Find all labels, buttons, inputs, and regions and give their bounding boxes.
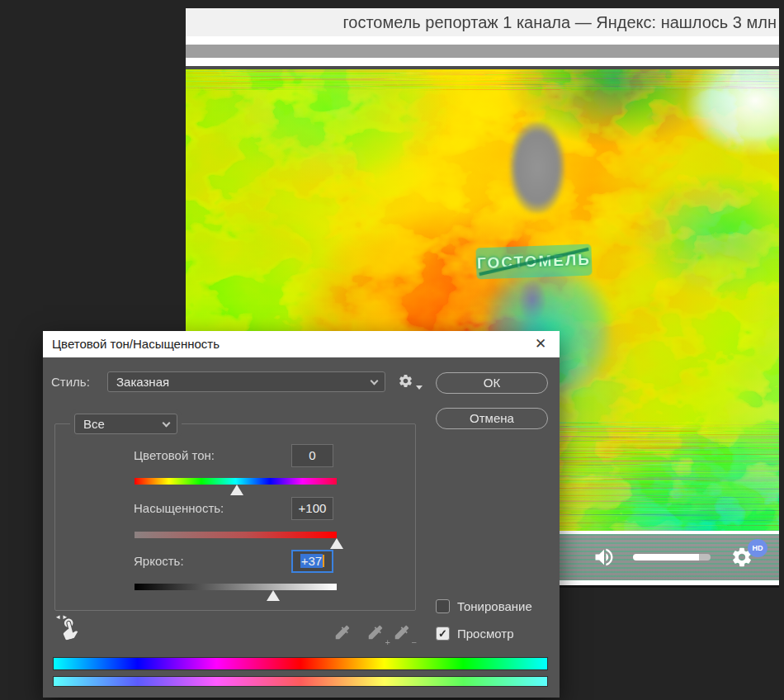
volume-icon[interactable] <box>592 546 616 569</box>
hand-tool-icon <box>55 613 83 641</box>
text-caret <box>323 555 324 567</box>
hue-strip-before <box>53 657 548 670</box>
gear-icon <box>398 373 413 389</box>
lightness-label: Яркость: <box>63 551 236 572</box>
colorize-label: Тонирование <box>457 599 532 614</box>
browser-title: гостомель репортаж 1 канала — Яндекс: на… <box>186 8 779 36</box>
channel-dropdown-value: Все <box>83 417 105 431</box>
hue-slider-track[interactable] <box>135 478 337 485</box>
gear-caret-icon <box>416 385 423 390</box>
preview-label: Просмотр <box>457 627 514 641</box>
browser-strip-white-2 <box>186 58 779 66</box>
eyedropper-plus-icon[interactable]: + <box>366 623 391 646</box>
plus-mark: + <box>385 637 390 647</box>
lightness-value: +37 <box>300 554 323 568</box>
preset-gear-button[interactable] <box>398 373 423 391</box>
hue-value: 0 <box>309 448 315 462</box>
hd-quality-badge[interactable]: HD <box>748 539 767 557</box>
channel-dropdown[interactable]: Все <box>74 414 177 434</box>
town-sign: ГОСТОМЕЛЬ <box>475 244 592 280</box>
close-icon[interactable]: ✕ <box>528 331 553 357</box>
eyedropper-icon[interactable] <box>333 623 358 646</box>
browser-toolbar-strip <box>186 45 779 58</box>
lightness-value-input[interactable]: +37 <box>291 550 333 573</box>
gray-smoke-blob <box>510 122 564 213</box>
minus-mark: − <box>412 637 417 647</box>
style-label: Стиль: <box>51 371 90 393</box>
hue-label: Цветовой тон: <box>63 445 236 466</box>
on-image-adjustment-tool[interactable]: ◂▸ <box>58 616 83 642</box>
preview-checkbox[interactable]: ✓ <box>436 627 450 641</box>
style-dropdown[interactable]: Заказная <box>107 371 385 392</box>
cancel-button[interactable]: Отмена <box>436 408 548 429</box>
dialog-titlebar[interactable]: Цветовой тон/Насыщенность ✕ <box>43 331 560 357</box>
eyedropper-minus-icon[interactable]: − <box>393 623 418 646</box>
hue-strip-after <box>53 676 548 687</box>
hue-value-input[interactable]: 0 <box>291 444 333 467</box>
browser-strip-white <box>186 36 779 45</box>
dialog-body: Стиль: Заказная ОК Отмена Все Цветовой т… <box>43 357 560 698</box>
dialog-title: Цветовой тон/Насыщенность <box>52 337 220 351</box>
chevron-down-icon <box>371 377 379 385</box>
colorize-checkbox[interactable]: ✓ <box>436 599 450 613</box>
lightness-slider-track[interactable] <box>135 584 337 590</box>
saturation-slider-track[interactable] <box>135 532 337 538</box>
volume-slider[interactable] <box>633 554 711 560</box>
style-dropdown-value: Заказная <box>116 375 169 389</box>
saturation-value: +100 <box>299 501 327 515</box>
saturation-value-input[interactable]: +100 <box>291 497 333 520</box>
ok-button[interactable]: ОК <box>436 372 548 394</box>
hue-saturation-dialog: Цветовой тон/Насыщенность ✕ Стиль: Заказ… <box>43 331 560 698</box>
saturation-label: Насыщенность: <box>63 498 236 519</box>
chevron-down-icon <box>163 419 171 428</box>
